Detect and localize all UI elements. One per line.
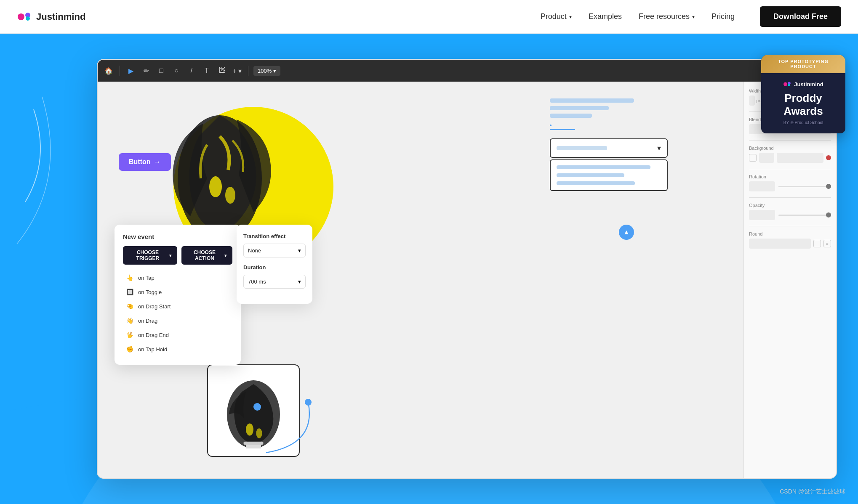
- choose-trigger-button[interactable]: CHOOSE TRIGGER ▾: [123, 246, 177, 265]
- award-title: ProddyAwards: [761, 92, 845, 118]
- width-label: Width: [749, 88, 761, 93]
- trigger-on-tap[interactable]: 👆 on Tap: [123, 271, 232, 285]
- opacity-label: Opacity: [749, 203, 831, 208]
- toolbar-home-icon[interactable]: 🏠: [103, 65, 115, 77]
- download-free-button[interactable]: Download Free: [760, 6, 841, 27]
- background-label: Background: [749, 146, 831, 151]
- navbar: Justinmind Product ▾ Examples Free resou…: [0, 0, 858, 34]
- toolbar-text-icon[interactable]: T: [201, 65, 213, 77]
- toolbar-rect-icon[interactable]: □: [155, 65, 167, 77]
- choose-action-button[interactable]: CHOOSE ACTION ▾: [181, 246, 232, 265]
- nav-free-resources[interactable]: Free resources ▾: [639, 12, 695, 21]
- nav-links: Product ▾ Examples Free resources ▾ Pric…: [541, 6, 841, 27]
- background-property-row: Background: [749, 146, 831, 163]
- toolbar-line-icon[interactable]: /: [186, 65, 197, 77]
- svg-point-6: [225, 187, 235, 204]
- nav-product[interactable]: Product ▾: [541, 12, 572, 21]
- plant-thumb-svg: [216, 373, 291, 448]
- right-properties-panel: Width px Height px: [743, 82, 836, 478]
- rotation-property-row: Rotation: [749, 174, 831, 191]
- award-logo-text: Justinmind: [794, 81, 823, 88]
- duration-label: Duration: [243, 264, 306, 271]
- duration-chevron-icon: ▾: [298, 279, 301, 285]
- svg-point-14: [305, 399, 312, 406]
- dropdown-chevron-icon: ▾: [657, 143, 661, 153]
- ui-mockup-panel: ▾: [550, 98, 668, 191]
- ui-list-box: [550, 159, 668, 191]
- transition-panel: Transition effect None ▾ Duration 700 ms…: [237, 225, 312, 304]
- tap-icon: 👆: [125, 273, 134, 282]
- plant-thumbnail: [207, 364, 300, 457]
- action-chevron-icon: ▾: [224, 253, 226, 258]
- effect-chevron-icon: ▾: [298, 247, 301, 254]
- nav-pricing[interactable]: Pricing: [711, 12, 735, 21]
- toolbar-separator: [120, 66, 120, 76]
- rotation-label: Rotation: [749, 174, 831, 179]
- tap-hold-icon: ✊: [125, 345, 134, 353]
- logo-text: Justinmind: [36, 11, 85, 22]
- trigger-chevron-icon: ▾: [169, 253, 171, 258]
- trigger-on-tap-hold[interactable]: ✊ on Tap Hold: [123, 342, 232, 356]
- transition-effect-label: Transition effect: [243, 233, 306, 239]
- free-resources-chevron-icon: ▾: [692, 14, 695, 20]
- toolbar-separator-2: [248, 66, 248, 76]
- zoom-control[interactable]: 100% ▾: [253, 66, 280, 76]
- event-panel-buttons: CHOOSE TRIGGER ▾ CHOOSE ACTION ▾: [123, 246, 232, 265]
- svg-point-5: [209, 176, 222, 197]
- app-toolbar: 🏠 ▶ ✏ □ ○ / T 🖼 + ▾ 100% ▾ ⊞ ◇ ⊟ ⊞: [98, 60, 836, 82]
- toolbar-pen-icon[interactable]: ✏: [140, 65, 152, 77]
- drag-end-icon: 🖐: [125, 331, 134, 339]
- award-badge: TOP PROTOTYPING PRODUCT Justinmind Prodd…: [761, 55, 845, 133]
- app-canvas: Button →: [98, 82, 836, 478]
- svg-point-15: [783, 82, 787, 86]
- round-label: Round: [749, 231, 831, 236]
- award-logo: Justinmind: [761, 80, 845, 88]
- toolbar-select-icon[interactable]: ▶: [125, 65, 137, 77]
- logo-icon: [17, 9, 32, 24]
- award-by-text: BY ⊕ Product School: [783, 120, 823, 125]
- trigger-on-drag-start[interactable]: 🤏 on Drag Start: [123, 299, 232, 313]
- svg-rect-13: [244, 442, 264, 445]
- trigger-on-drag[interactable]: 👋 on Drag: [123, 313, 232, 328]
- width-unit: px: [757, 98, 761, 103]
- canvas-main: Button →: [98, 82, 743, 478]
- round-property-row: Round ≡: [749, 231, 831, 249]
- drag-handle-dot[interactable]: [253, 403, 261, 411]
- toolbar-ellipse-icon[interactable]: ○: [171, 65, 182, 77]
- trigger-on-toggle[interactable]: 🔲 on Toggle: [123, 285, 232, 299]
- svg-point-17: [788, 84, 791, 86]
- svg-point-0: [18, 13, 24, 20]
- award-by-line: BY ⊕ Product School: [761, 120, 845, 125]
- award-logo-icon: [783, 80, 791, 88]
- svg-point-10: [246, 424, 253, 436]
- transition-effect-select[interactable]: None ▾: [243, 244, 306, 257]
- attribution-text: CSDN @设计艺士波波球: [780, 488, 845, 496]
- scroll-up-button[interactable]: ▲: [619, 225, 634, 240]
- hero-section: 🏠 ▶ ✏ □ ○ / T 🖼 + ▾ 100% ▾ ⊞ ◇ ⊟ ⊞: [0, 34, 858, 504]
- svg-point-11: [256, 428, 262, 438]
- drag-icon: 👋: [125, 316, 134, 325]
- trigger-on-drag-end[interactable]: 🖐 on Drag End: [123, 328, 232, 342]
- product-chevron-icon: ▾: [569, 14, 572, 20]
- svg-point-2: [26, 16, 30, 21]
- app-window: 🏠 ▶ ✏ □ ○ / T 🖼 + ▾ 100% ▾ ⊞ ◇ ⊟ ⊞: [97, 59, 837, 479]
- trigger-list: 👆 on Tap 🔲 on Toggle 🤏 on Drag Start: [123, 271, 232, 356]
- new-event-panel: New event CHOOSE TRIGGER ▾ CHOOSE ACTION…: [115, 225, 241, 365]
- duration-select[interactable]: 700 ms ▾: [243, 275, 306, 289]
- nav-examples[interactable]: Examples: [589, 12, 622, 21]
- ui-dropdown[interactable]: ▾: [550, 138, 668, 158]
- award-header: TOP PROTOTYPING PRODUCT: [761, 55, 845, 73]
- zoom-chevron-icon: ▾: [273, 68, 276, 74]
- logo[interactable]: Justinmind: [17, 9, 85, 24]
- event-panel-title: New event: [123, 233, 232, 240]
- drag-start-icon: 🤏: [125, 302, 134, 310]
- toolbar-image-icon[interactable]: 🖼: [216, 65, 228, 77]
- toolbar-add-icon[interactable]: + ▾: [231, 65, 243, 77]
- opacity-property-row: Opacity: [749, 203, 831, 220]
- toggle-icon: 🔲: [125, 288, 134, 296]
